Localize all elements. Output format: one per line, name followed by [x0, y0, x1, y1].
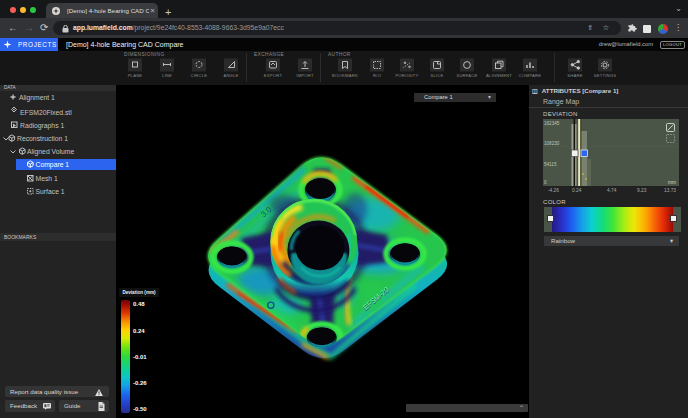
- svg-text:162345: 162345: [544, 121, 560, 126]
- svg-text:mm: mm: [668, 180, 676, 185]
- svg-text:108230: 108230: [544, 141, 560, 146]
- svg-text:54115: 54115: [544, 162, 557, 167]
- svg-text:0: 0: [544, 180, 547, 185]
